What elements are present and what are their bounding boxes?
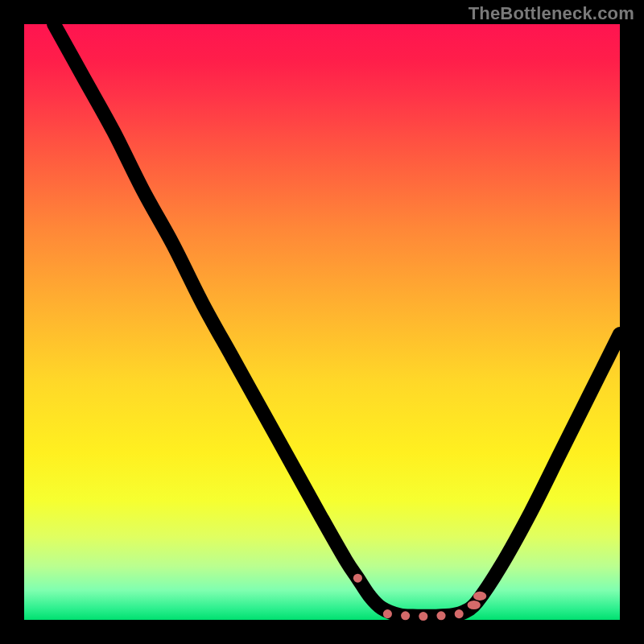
curve-marker — [468, 601, 481, 609]
curve-marker — [436, 611, 445, 620]
chart-frame: TheBottleneck.com — [0, 0, 644, 644]
curve-marker — [473, 592, 486, 601]
curve-svg — [24, 24, 620, 620]
curve-marker — [353, 574, 362, 583]
bottleneck-curve-line — [54, 24, 620, 617]
curve-marker — [419, 612, 427, 621]
curve-marker — [401, 611, 410, 620]
watermark-text: TheBottleneck.com — [469, 3, 634, 24]
curve-marker — [455, 609, 464, 618]
curve-marker — [383, 609, 392, 618]
plot-area — [24, 24, 620, 620]
